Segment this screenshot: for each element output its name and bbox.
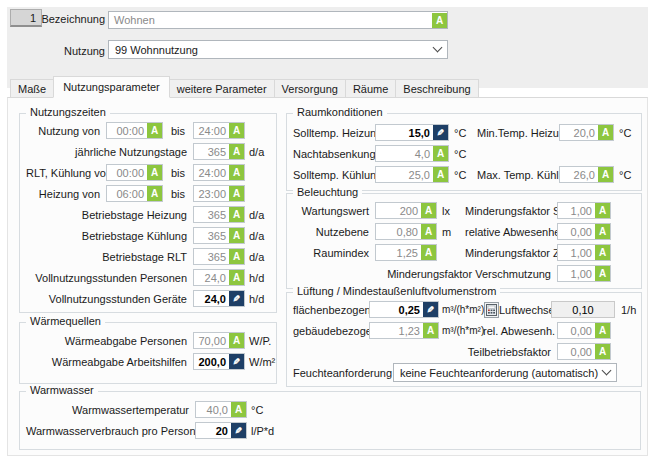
teilbetriebsfaktor-label: Teilbetriebsfaktor <box>293 346 557 358</box>
flaechenbezogen-input[interactable]: 0,25 ✎ <box>369 301 439 318</box>
waermeabgabe-personen-input[interactable]: 70,00 A <box>193 332 245 349</box>
auto-badge-icon[interactable]: A <box>229 270 244 285</box>
tab-weitere-parameter[interactable]: weitere Parameter <box>169 79 275 98</box>
bezeichnung-input[interactable]: Wohnen A <box>108 11 448 29</box>
minderungsfaktor-verschmutzung-label: Minderungsfaktor Verschmutzung <box>293 268 557 280</box>
field-value: 1,25 <box>376 247 421 259</box>
row-jaehrliche-nutzungstage: jährliche Nutzungstage 365 A d/a <box>26 141 270 162</box>
auto-badge-icon[interactable]: A <box>432 13 447 28</box>
group-title: Beleuchtung <box>293 186 362 198</box>
min-temp-heizung-input[interactable]: 20,0 A <box>559 124 614 141</box>
row-heizung-von: Heizung von 06:00 A bis 23:00 A <box>26 183 270 204</box>
group-title: Raumkonditionen <box>293 106 387 118</box>
auto-badge-icon[interactable]: A <box>598 125 613 140</box>
auto-badge-icon[interactable]: A <box>229 144 244 159</box>
teilbetriebsfaktor-input[interactable]: 0,00 A <box>557 343 611 360</box>
max-temp-kuehlung-input[interactable]: 26,0 A <box>559 166 614 183</box>
warmwasserverbrauch-label: Warmwasserverbrauch pro Person <box>26 425 195 437</box>
auto-badge-icon[interactable]: A <box>229 165 244 180</box>
waermeabgabe-arbeitshilfen-input[interactable]: 200,0 ✎ <box>193 353 245 370</box>
nachtabsenkung-input[interactable]: 4,0 A <box>375 145 449 162</box>
minderungsfaktor-verschmutzung-input[interactable]: 1,00 A <box>557 265 611 282</box>
vollnutzungsstunden-personen-input[interactable]: 24,0 A <box>193 269 245 286</box>
field-value: 200 <box>376 205 421 217</box>
auto-badge-icon[interactable]: A <box>229 333 244 348</box>
solltemp-kuehlung-input[interactable]: 25,0 A <box>375 166 449 183</box>
unit-label: °C <box>614 169 635 181</box>
auto-badge-icon[interactable]: A <box>229 207 244 222</box>
auto-badge-icon[interactable]: A <box>147 123 162 138</box>
tab-versorgung[interactable]: Versorgung <box>274 79 346 98</box>
gebaeudebezogen-label: gebäudebezogen <box>293 325 369 337</box>
rlt-kuehlung-bis-input[interactable]: 24:00 A <box>193 164 245 181</box>
feuchteanforderung-select[interactable]: keine Feuchteanforderung (automatisch) <box>393 363 617 382</box>
nutzebene-input[interactable]: 0,80 A <box>375 223 437 240</box>
rel-abwesenheit-rlt-input[interactable]: 0,00 A <box>557 322 611 339</box>
auto-badge-icon[interactable]: A <box>229 186 244 201</box>
raumindex-input[interactable]: 1,25 A <box>375 244 437 261</box>
auto-badge-icon[interactable]: A <box>595 203 610 218</box>
feuchteanforderung-label: Feuchteanforderung <box>293 367 393 379</box>
auto-badge-icon[interactable]: A <box>433 167 448 182</box>
relative-abwesenheit-input[interactable]: 0,00 A <box>557 223 611 240</box>
warmwassertemperatur-input[interactable]: 40,0 A <box>195 401 247 418</box>
warmwasserverbrauch-input[interactable]: 20 ✎ <box>195 422 247 439</box>
manual-pencil-icon[interactable]: ✎ <box>433 125 448 140</box>
row-waermeabgabe-arbeitshilfen: Wärmeabgabe Arbeitshilfen 200,0 ✎ W/m² <box>26 351 270 372</box>
manual-pencil-icon[interactable]: ✎ <box>229 354 244 369</box>
auto-badge-icon[interactable]: A <box>147 186 162 201</box>
auto-badge-icon[interactable]: A <box>229 228 244 243</box>
auto-badge-icon[interactable]: A <box>595 245 610 260</box>
betriebstage-rlt-input[interactable]: 365 A <box>193 248 245 265</box>
auto-badge-icon[interactable]: A <box>598 167 613 182</box>
vollnutzungsstunden-geraete-input[interactable]: 24,0 ✎ <box>193 290 245 307</box>
tab-masse[interactable]: Maße <box>10 79 54 98</box>
auto-badge-icon[interactable]: A <box>421 245 436 260</box>
manual-pencil-icon[interactable]: ✎ <box>229 291 244 306</box>
tab-nutzungsparameter[interactable]: Nutzungsparameter <box>53 76 170 98</box>
auto-badge-icon[interactable]: A <box>595 323 610 338</box>
nutzung-select[interactable]: 99 Wohnnutzung <box>108 40 448 59</box>
auto-badge-icon[interactable]: A <box>433 146 448 161</box>
tab-raeume[interactable]: Räume <box>345 79 396 98</box>
gebaeudebezogen-input[interactable]: 1,23 A <box>369 322 439 339</box>
rel-abwesenheit-rlt-label: rel. Abwesenh. RLT <box>483 325 557 337</box>
calculator-icon <box>486 304 497 316</box>
nutzung-bis-input[interactable]: 24:00 A <box>193 122 245 139</box>
auto-badge-icon[interactable]: A <box>423 323 438 338</box>
row-raumindex: Raumindex 1,25 A Minderungsfaktor Zeit 1… <box>293 242 635 263</box>
manual-pencil-icon[interactable]: ✎ <box>231 423 246 438</box>
field-value: 0,25 <box>370 304 423 316</box>
jaehrliche-nutzungstage-label: jährliche Nutzungstage <box>26 146 193 158</box>
heizung-von-input[interactable]: 06:00 A <box>106 185 163 202</box>
jaehrliche-nutzungstage-input[interactable]: 365 A <box>193 143 245 160</box>
auto-badge-icon[interactable]: A <box>231 402 246 417</box>
rlt-kuehlung-von-input[interactable]: 00:00 A <box>106 164 163 181</box>
auto-badge-icon[interactable]: A <box>421 224 436 239</box>
raumindex-label: Raumindex <box>293 247 375 259</box>
tab-content-panel: Nutzungszeiten Nutzung von 00:00 A bis 2… <box>7 97 648 456</box>
betriebstage-heizung-input[interactable]: 365 A <box>193 206 245 223</box>
auto-badge-icon[interactable]: A <box>595 344 610 359</box>
auto-badge-icon[interactable]: A <box>421 203 436 218</box>
auto-badge-icon[interactable]: A <box>595 266 610 281</box>
unit-label: °C <box>247 404 272 416</box>
bezeichnung-value: Wohnen <box>109 14 432 26</box>
auto-badge-icon[interactable]: A <box>229 123 244 138</box>
auto-badge-icon[interactable]: A <box>229 249 244 264</box>
minderungsfaktor-sehaufgabe-input[interactable]: 1,00 A <box>557 202 611 219</box>
row-flaechenbezogen: flächenbezogen 0,25 ✎ m³/(h*m²) <box>293 299 635 320</box>
field-value: 20,0 <box>560 127 598 139</box>
auto-badge-icon[interactable]: A <box>595 224 610 239</box>
minderungsfaktor-zeit-input[interactable]: 1,00 A <box>557 244 611 261</box>
unit-label: l/P*d <box>247 425 272 437</box>
wartungswert-input[interactable]: 200 A <box>375 202 437 219</box>
tab-beschreibung[interactable]: Beschreibung <box>395 79 478 98</box>
nutzung-von-input[interactable]: 00:00 A <box>106 122 163 139</box>
betriebstage-kuehlung-input[interactable]: 365 A <box>193 227 245 244</box>
auto-badge-icon[interactable]: A <box>147 165 162 180</box>
solltemp-heizung-input[interactable]: 15,0 ✎ <box>375 124 449 141</box>
calculator-button[interactable] <box>484 302 499 318</box>
heizung-bis-input[interactable]: 23:00 A <box>193 185 245 202</box>
manual-pencil-icon[interactable]: ✎ <box>423 302 438 317</box>
